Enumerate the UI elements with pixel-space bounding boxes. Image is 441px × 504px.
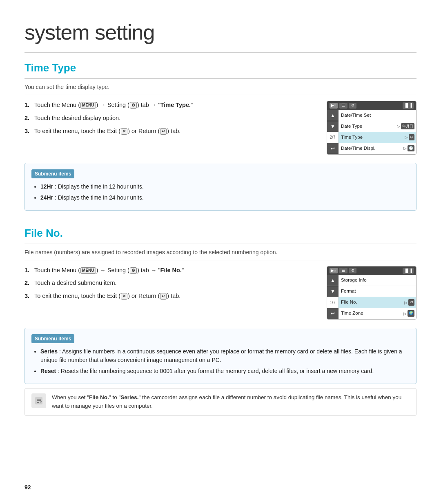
screen-row-datetime-display: ↩ Date/Time Displ. ▷ 🕐 <box>327 143 416 154</box>
step-1: 1. Touch the Menu (MENU) → Setting (⚙) t… <box>24 101 314 110</box>
page-number: 92 <box>24 483 31 492</box>
screen-battery-icon: ▐▌▐ <box>403 102 414 109</box>
page-title: system setting <box>24 16 416 53</box>
exit-icon: ✕ <box>121 128 127 135</box>
screen-nav-down-2: ▼ <box>327 286 339 297</box>
screen-label-time-type: Time Type <box>339 132 403 142</box>
screen-nav-up: ▲ <box>327 110 339 121</box>
file-no-screen-topbar: ▶○ ☰ ⚙ ▐▌▐ <box>327 266 416 275</box>
screen-label-format: Format <box>339 286 416 296</box>
step-3-text: To exit the menu, touch the Exit (✕) or … <box>34 127 180 136</box>
arrow-icon-2: ▷ <box>405 134 408 140</box>
screen-row-file-no: 1/7 File No. ▷ 🗂 <box>327 297 416 308</box>
time-type-val: ⊙ <box>409 134 414 141</box>
file-no-screen: ▶○ ☰ ⚙ ▐▌▐ ▲ Storage Info ▼ Format 1/7 F… <box>327 266 416 320</box>
file-step-3: 3. To exit the menu, touch the Exit (✕) … <box>24 292 314 301</box>
file-step-1: 1. Touch the Menu (MENU) → Setting (⚙) t… <box>24 266 314 275</box>
screen-value-time-type: ▷ ⊙ <box>403 133 416 142</box>
arrow-icon-4: ▷ <box>404 300 408 306</box>
file-no-heading: File No. <box>24 225 416 244</box>
screen-menu-icon: ☰ <box>339 103 347 109</box>
file-step-3-text: To exit the menu, touch the Exit (✕) or … <box>34 292 180 301</box>
screen-value-time-zone: ▷ 🌍 <box>402 309 416 318</box>
screen-value-datetime-display: ▷ 🕐 <box>402 144 416 153</box>
screen-row-format: ▼ Format <box>327 286 416 297</box>
step-2-num: 2. <box>24 114 32 123</box>
time-zone-val: 🌍 <box>408 310 414 317</box>
exit-icon-2: ✕ <box>121 293 127 300</box>
step-3: 3. To exit the menu, touch the Exit (✕) … <box>24 127 314 136</box>
file-no-section: File No. File names (numbers) are assign… <box>24 225 416 416</box>
step-1-num: 1. <box>24 101 32 110</box>
return-icon-2: ↩ <box>160 293 167 300</box>
step-2: 2. Touch the desired display option. <box>24 114 314 123</box>
file-step-3-num: 3. <box>24 292 32 301</box>
file-no-submenu-label: Submenu items <box>31 334 74 343</box>
file-no-gear-icon: ⚙ <box>349 268 356 273</box>
arrow-icon: ▷ <box>397 123 400 129</box>
file-no-steps-list: 1. Touch the Menu (MENU) → Setting (⚙) t… <box>24 266 314 301</box>
screen-counter-27: 2/7 <box>327 132 339 143</box>
file-no-body: 1. Touch the Menu (MENU) → Setting (⚙) t… <box>24 266 416 320</box>
arrow-icon-5: ▷ <box>403 311 407 317</box>
screen-row-date-type: ▼ Date Type ▷ 年月日 <box>327 121 416 132</box>
file-step-1-text: Touch the Menu (MENU) → Setting (⚙) tab … <box>34 266 184 275</box>
time-type-body: 1. Touch the Menu (MENU) → Setting (⚙) t… <box>24 101 416 155</box>
time-type-steps-list: 1. Touch the Menu (MENU) → Setting (⚙) t… <box>24 101 314 135</box>
file-no-val: 🗂 <box>408 299 414 306</box>
setting-icon-2: ⚙ <box>130 267 137 274</box>
screen-nav-up-2: ▲ <box>327 275 339 286</box>
arrow-icon-3: ▷ <box>403 145 407 151</box>
step-1-text: Touch the Menu (MENU) → Setting (⚙) tab … <box>34 101 193 110</box>
screen-row-storage-info: ▲ Storage Info <box>327 275 416 286</box>
file-step-2-num: 2. <box>24 279 32 288</box>
screen-nav-down: ▼ <box>327 121 339 132</box>
screen-label-datetime-set: Date/Time Set <box>339 110 416 120</box>
time-type-submenu-list: 12Hr : Displays the time in 12 hour unit… <box>31 182 410 202</box>
note-svg-icon <box>34 396 44 406</box>
time-type-description: You can set the time display type. <box>24 83 416 95</box>
step-2-text: Touch the desired display option. <box>34 114 120 123</box>
submenu-item-series: Series : Assigns file numbers in a conti… <box>40 347 410 364</box>
screen-row-time-type: 2/7 Time Type ▷ ⊙ <box>327 132 416 143</box>
screen-label-datetime-display: Date/Time Displ. <box>339 143 402 153</box>
time-type-submenu-box: Submenu items 12Hr : Displays the time i… <box>24 163 416 211</box>
screen-value-date-type: ▷ 年月日 <box>395 122 416 131</box>
file-no-menu-icon: ☰ <box>339 268 347 273</box>
file-no-note-text: When you set "File No." to "Series." the… <box>52 393 410 411</box>
step-3-num: 3. <box>24 127 32 136</box>
screen-topbar: ▶○ ☰ ⚙ ▐▌▐ <box>327 101 416 110</box>
time-type-steps-col: 1. Touch the Menu (MENU) → Setting (⚙) t… <box>24 101 314 142</box>
time-type-submenu-label: Submenu items <box>31 169 74 178</box>
screen-label-file-no: File No. <box>339 297 403 307</box>
submenu-item-reset: Reset : Resets the file numbering sequen… <box>40 367 410 375</box>
submenu-item-24hr: 24Hr : Displays the time in 24 hour unit… <box>40 193 410 202</box>
screen-gear-icon: ⚙ <box>349 103 356 109</box>
screen-label-time-zone: Time Zone <box>339 308 402 318</box>
setting-icon: ⚙ <box>130 102 137 109</box>
menu-icon: MENU <box>80 102 96 109</box>
date-type-val: 年月日 <box>401 123 414 130</box>
screen-back-btn-2: ↩ <box>327 308 339 319</box>
screen-label-date-type: Date Type <box>339 121 395 131</box>
screen-label-storage-info: Storage Info <box>339 275 416 285</box>
file-no-note-box: When you set "File No." to "Series." the… <box>24 388 416 416</box>
screen-video-icon: ▶○ <box>330 103 338 109</box>
file-no-steps-col: 1. Touch the Menu (MENU) → Setting (⚙) t… <box>24 266 314 307</box>
submenu-item-12hr: 12Hr : Displays the time in 12 hour unit… <box>40 182 410 191</box>
time-type-heading: Time Type <box>24 60 416 79</box>
file-no-submenu-box: Submenu items Series : Assigns file numb… <box>24 328 416 384</box>
menu-icon-2: MENU <box>80 267 96 274</box>
screen-counter-17: 1/7 <box>327 297 339 308</box>
file-no-submenu-list: Series : Assigns file numbers in a conti… <box>31 347 410 375</box>
note-icon <box>31 393 46 408</box>
datetime-display-val: 🕐 <box>408 145 414 152</box>
file-step-2: 2. Touch a desired submenu item. <box>24 279 314 288</box>
file-step-1-num: 1. <box>24 266 32 275</box>
file-no-battery-icon: ▐▌▐ <box>403 268 414 274</box>
file-step-2-text: Touch a desired submenu item. <box>34 279 117 288</box>
screen-value-file-no: ▷ 🗂 <box>403 298 416 307</box>
screen-row-time-zone: ↩ Time Zone ▷ 🌍 <box>327 308 416 319</box>
time-type-screen: ▶○ ☰ ⚙ ▐▌▐ ▲ Date/Time Set ▼ Date Type ▷… <box>327 101 416 155</box>
file-no-video-icon: ▶○ <box>330 268 338 273</box>
